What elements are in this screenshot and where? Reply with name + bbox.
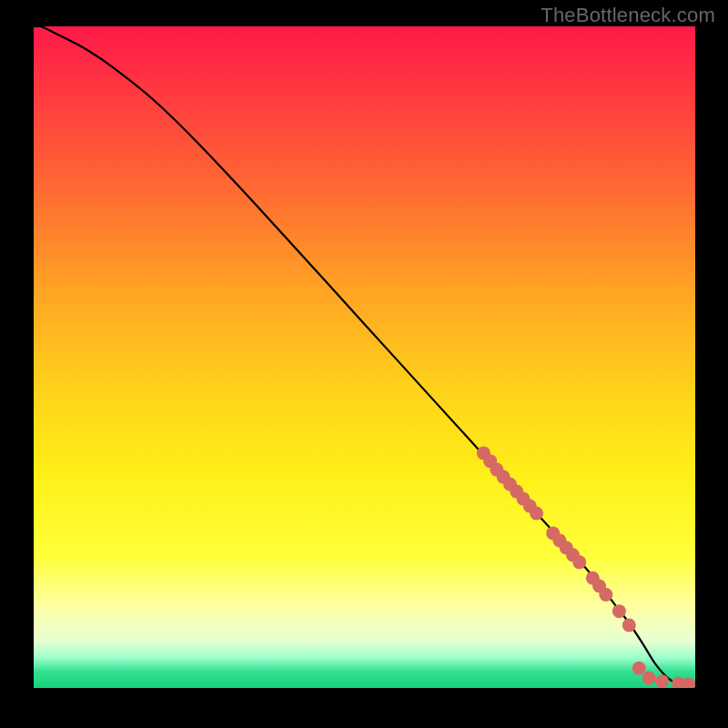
data-marker — [632, 662, 646, 675]
chart-frame: TheBottleneck.com — [0, 0, 728, 728]
attribution-text: TheBottleneck.com — [541, 4, 715, 27]
data-marker — [599, 588, 612, 602]
plot-area — [34, 26, 695, 688]
data-marker — [572, 555, 586, 569]
data-marker — [655, 674, 669, 688]
data-marker — [622, 618, 636, 632]
data-marker — [612, 604, 626, 618]
chart-svg — [34, 26, 695, 688]
data-marker — [642, 672, 656, 685]
data-marker — [530, 507, 543, 521]
